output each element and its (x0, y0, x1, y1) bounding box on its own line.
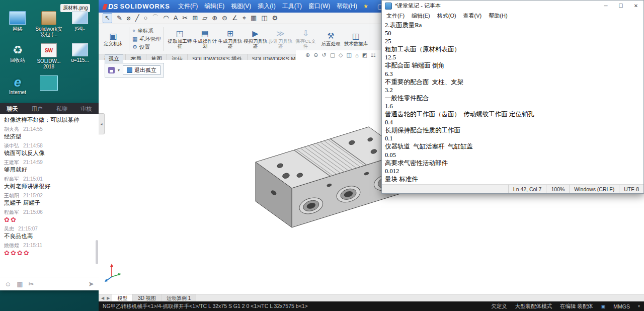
chat-tab[interactable]: 审核 (74, 105, 99, 113)
maximize-button[interactable]: ☐ (613, 1, 628, 11)
view-tool-icon[interactable]: ◩ (362, 52, 367, 58)
desktop-icon[interactable] (33, 74, 64, 105)
toolbar-icon[interactable]: A (174, 14, 178, 23)
isolate-panel-title: 孤立 (105, 54, 123, 63)
text-line: 50 (385, 29, 640, 37)
toolbar-icon[interactable]: ▦ (251, 14, 257, 23)
menu-item[interactable]: 帮助(H) (485, 12, 511, 20)
menu-item[interactable]: 窗口(W) (308, 2, 330, 11)
chat-tab[interactable]: 私聊 (49, 105, 74, 113)
toolbar-icon[interactable]: ↖ (103, 13, 112, 23)
menu-item[interactable]: 文件(F) (178, 2, 198, 11)
toolbar-icon[interactable]: ⚙ (272, 14, 278, 23)
selection-path-text: NG甲乙转移机械手<1>/4-抓取撑开手<1>/TC L 32x75 S G1 … (103, 303, 308, 310)
toolbar-icon[interactable]: ∠ (232, 14, 238, 23)
model-tab[interactable]: 3D 视图 (133, 294, 162, 302)
save-appearance-icon[interactable] (108, 67, 115, 73)
text-line: 0.4 (385, 118, 640, 126)
view-tool-icon[interactable]: ▢ (330, 52, 335, 58)
view-tool-icon[interactable]: ⊕ (305, 52, 310, 58)
view-tool-icon[interactable]: ↺ (321, 52, 326, 58)
minimize-button[interactable]: ─ (598, 1, 613, 11)
menu-item[interactable]: 工具(T) (282, 2, 302, 11)
toolbar-icon[interactable]: ⊞ (192, 14, 198, 23)
chat-message-list[interactable]: 好像这样不好做；可以以某种 胡火亮21:14:55 经济型 谈中弘21:14:5… (0, 114, 99, 277)
chevron-down-icon[interactable]: ▾ (638, 304, 640, 308)
toolbar-icon[interactable]: ⌖ (243, 14, 246, 23)
toolbar-icon[interactable]: ✂ (182, 14, 188, 23)
ribbon-button-label: 技术数据库 (344, 41, 368, 47)
text-line: 6.3 (385, 70, 640, 78)
solidworks-logo-text: SOLIDWORKS (120, 3, 170, 10)
units-dropdown[interactable]: MMGS (613, 303, 630, 309)
menu-item[interactable]: 查看(V) (460, 12, 486, 20)
menu-item[interactable]: 插入(I) (258, 2, 275, 11)
text-line: 0.1 (385, 134, 640, 142)
ribbon-button[interactable]: ◫ 技术数据库 (343, 25, 368, 53)
chat-tool-icon[interactable]: ☺ (5, 280, 11, 288)
notepad-text-area[interactable]: 2.表面质量Ra5025粗加工表面（原材料表面）12.5非配合面 轴端面 倒角6… (382, 21, 643, 184)
ribbon-small-button[interactable]: ▦ 毛坯管理 (132, 36, 160, 43)
ribbon-button[interactable]: ⊞ 生成刀具轨迹 (217, 25, 243, 53)
ribbon-button[interactable]: ▤ 生成操作计划 (192, 25, 217, 53)
menu-item[interactable]: 文件(F) (383, 12, 408, 20)
chevron-down-icon[interactable]: ▾ (118, 68, 120, 72)
view-tool-icon[interactable]: ⊖ (313, 52, 318, 58)
ribbon-button[interactable]: ⚒ 后置处理 (318, 25, 343, 53)
cam-button-row: ◳ 提取加工特征 ▤ 生成操作计划 ⊞ 生成刀具轨迹 ▶ (167, 25, 368, 53)
toolbar-icon[interactable]: ╱ (135, 14, 139, 23)
menu-item[interactable]: 编辑(E) (204, 2, 224, 11)
machine-icon: ▣ (109, 32, 117, 41)
model-tab[interactable]: 模型 (112, 294, 133, 302)
ribbon-small-label: 设置 (139, 44, 150, 51)
ribbon-button[interactable]: ≫ 步进刀具轨迹 (268, 25, 293, 53)
desktop-icon[interactable]: u=115... (64, 42, 96, 72)
desktop-icon[interactable]: Solidwork安装包 (... (33, 10, 64, 40)
toolbar-icon[interactable]: ⊕ (212, 14, 217, 23)
model-tab[interactable]: 运动算例 1 (162, 294, 196, 302)
chat-scrollbar-thumb[interactable] (96, 240, 98, 264)
chat-sender-name: 姚德煌 (4, 243, 19, 248)
notepad-titlebar[interactable]: *课堂笔记 - 记事本 ─ ☐ ✕ (382, 1, 643, 11)
toolbar-icon[interactable]: ⊖ (222, 14, 227, 23)
toolbar-icon[interactable]: ◫ (261, 14, 267, 23)
ribbon-button[interactable]: ▶ 模拟刀具轨迹 (243, 25, 268, 53)
menu-item[interactable]: 编辑(E) (408, 12, 434, 20)
menu-item[interactable]: 格式(O) (434, 12, 460, 20)
ribbon-button[interactable]: ⇩ 保存CL文件 (293, 25, 318, 53)
toolbar-icon[interactable]: ⌒ (152, 14, 158, 23)
desktop-icon[interactable]: e Internet (2, 74, 33, 105)
desktop-icon[interactable]: SW SOLIDW... 2018 (33, 42, 64, 72)
send-message-icon[interactable]: ➤ (88, 280, 94, 288)
tab-scroll-arrows[interactable]: ◀▶ (99, 294, 112, 302)
view-tool-icon[interactable]: ◇ (339, 52, 343, 58)
toolbar-icon[interactable]: ◠ (163, 14, 169, 23)
close-button[interactable]: ✕ (628, 1, 643, 11)
desktop-icon[interactable]: ♻ 回收站 (2, 42, 33, 72)
desktop-icon[interactable]: ysq.. (64, 10, 96, 40)
toolbar-icon[interactable]: ✎ (117, 14, 122, 23)
chat-tool-icon[interactable]: ✂ (29, 280, 34, 288)
favorites-star-icon[interactable]: ★ (363, 3, 368, 10)
chat-tab[interactable]: 用户 (25, 105, 49, 113)
featuretree-collapse-tab[interactable]: ◂ (99, 113, 105, 134)
toolbar-icon[interactable]: ▱ (202, 14, 207, 23)
view-tool-icon[interactable]: ◫ (347, 52, 352, 58)
ribbon-button[interactable]: ◳ 提取加工特征 (167, 25, 192, 53)
menu-item[interactable]: 帮助(H) (337, 2, 357, 11)
chat-message-time: 21:15:06 (23, 209, 43, 215)
chat-tool-icon[interactable]: ▦ (17, 280, 23, 288)
menu-item[interactable]: 视图(V) (231, 2, 251, 11)
desktop-icon[interactable]: 网络 (2, 10, 33, 40)
solidworks-menubar: 文件(F)编辑(E)视图(V)插入(I)工具(T)窗口(W)帮助(H) (178, 2, 357, 11)
define-machine-button[interactable]: ▣ 定义机床 (101, 25, 126, 53)
view-tool-icon[interactable]: ☷ (371, 52, 376, 58)
view-tool-icon[interactable]: ⌂ (355, 52, 359, 58)
exit-isolate-button[interactable]: 退出孤立 (123, 65, 160, 75)
ribbon-small-button[interactable]: ⌖ 坐标系 (132, 28, 160, 35)
ribbon-small-button[interactable]: ⚙ 设置 (132, 44, 160, 51)
toolbar-icon[interactable]: ⌀ (127, 14, 131, 23)
cursor-position: Ln 42, Col 7 (508, 185, 546, 193)
chat-tab[interactable]: 聊天 (0, 105, 25, 113)
toolbar-icon[interactable]: ○ (143, 14, 147, 23)
